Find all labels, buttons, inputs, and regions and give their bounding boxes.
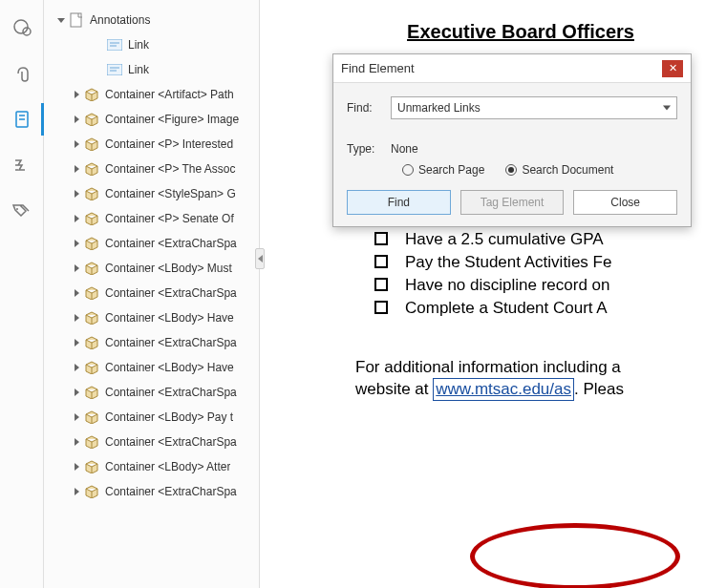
order-panel-icon[interactable]	[11, 109, 32, 130]
tree-item-annotations[interactable]: Annotations	[44, 8, 259, 32]
tags-icon[interactable]	[11, 200, 32, 221]
checkbox-icon	[374, 301, 388, 314]
heading-executive: Executive Board Officers	[336, 21, 705, 43]
tree-item-container[interactable]: Container <P> The Assoc	[44, 157, 259, 181]
tree-item-link[interactable]: Link	[44, 57, 259, 82]
dialog-title: Find Element	[341, 61, 662, 75]
tree-label: Container <P> Senate Of	[105, 212, 234, 225]
find-type-select[interactable]: Unmarked Links	[391, 96, 677, 119]
tree-item-container[interactable]: Container <ExtraCharSpa	[44, 330, 259, 355]
tree-label: Link	[128, 63, 149, 76]
find-label: Find:	[347, 101, 391, 115]
tree: Annotations Link Link Container <Artifac	[44, 8, 259, 504]
panel-collapse-handle[interactable]	[255, 248, 265, 269]
chevron-right-icon[interactable]	[71, 89, 82, 100]
chevron-right-icon[interactable]	[71, 411, 82, 423]
tree-item-container[interactable]: Container <ExtraCharSpa	[44, 281, 259, 305]
chevron-right-icon[interactable]	[71, 436, 82, 448]
bullet-text: Complete a Student Court A	[405, 298, 608, 319]
link-icon	[107, 37, 122, 52]
tree-item-container[interactable]: Container <LBody> Pay t	[44, 405, 259, 430]
tree-item-container[interactable]: Container <LBody> Have	[44, 305, 259, 330]
tree-label: Container <ExtraCharSpa	[105, 336, 237, 349]
tree-item-container[interactable]: Container <Artifact> Path	[44, 82, 259, 107]
box-icon	[84, 459, 99, 474]
tree-item-link[interactable]: Link	[44, 32, 259, 57]
box-icon	[84, 484, 99, 499]
box-icon	[84, 87, 99, 102]
box-icon	[84, 136, 99, 152]
chevron-right-icon[interactable]	[71, 138, 82, 150]
box-icon	[84, 434, 99, 450]
chevron-right-icon[interactable]	[71, 486, 82, 497]
chevron-right-icon[interactable]	[71, 213, 82, 224]
box-icon	[84, 112, 99, 127]
tree-label: Container <LBody> Must	[105, 262, 232, 275]
svg-point-0	[14, 20, 28, 33]
type-value: None	[391, 142, 418, 156]
radio-search-document[interactable]: Search Document	[505, 163, 613, 177]
chevron-right-icon[interactable]	[71, 362, 82, 373]
comment-icon[interactable]	[11, 17, 32, 38]
svg-rect-10	[107, 64, 122, 75]
box-icon	[84, 161, 99, 177]
dialog-titlebar[interactable]: Find Element ✕	[333, 54, 691, 83]
chevron-right-icon[interactable]	[71, 262, 82, 274]
bullet-text: Have a 2.5 cumulative GPA	[405, 229, 604, 250]
chevron-right-icon[interactable]	[71, 387, 82, 398]
tree-item-container[interactable]: Container <P> Senate Of	[44, 206, 259, 231]
chevron-right-icon[interactable]	[71, 188, 82, 200]
chevron-right-icon[interactable]	[71, 114, 82, 125]
tree-label: Container <Artifact> Path	[105, 88, 234, 101]
attachment-icon[interactable]	[11, 63, 32, 84]
tree-item-container[interactable]: Container <StyleSpan> G	[44, 181, 259, 206]
find-button[interactable]: Find	[347, 190, 451, 215]
close-icon[interactable]: ✕	[662, 60, 683, 77]
box-icon	[84, 310, 99, 326]
list-item: Have a 2.5 cumulative GPA	[374, 229, 705, 250]
tree-item-container[interactable]: Container <LBody> Atter	[44, 454, 259, 479]
chevron-down-icon[interactable]	[55, 14, 67, 26]
checkbox-icon	[374, 232, 388, 245]
tree-item-container[interactable]: Container <Figure> Image	[44, 107, 259, 132]
tree-label: Container <ExtraCharSpa	[105, 237, 237, 250]
tree-item-container[interactable]: Container <ExtraCharSpa	[44, 479, 259, 504]
tree-item-container[interactable]: Container <LBody> Have	[44, 355, 259, 380]
close-button[interactable]: Close	[573, 190, 677, 215]
tree-item-container[interactable]: Container <ExtraCharSpa	[44, 430, 259, 454]
chevron-right-icon[interactable]	[71, 238, 82, 249]
box-icon	[84, 285, 99, 301]
fields-icon[interactable]	[11, 155, 32, 176]
tree-item-container[interactable]: Container <LBody> Must	[44, 256, 259, 281]
tree-label: Container <P> The Assoc	[105, 162, 236, 176]
radio-search-page[interactable]: Search Page	[402, 163, 484, 177]
box-icon	[84, 261, 99, 276]
paragraph: For additional information including a w…	[355, 357, 705, 401]
radio-icon	[402, 164, 414, 176]
box-icon	[84, 335, 99, 350]
bullet-text: Pay the Student Activities Fe	[405, 252, 611, 273]
chevron-right-icon[interactable]	[71, 337, 82, 348]
chevron-right-icon[interactable]	[71, 163, 82, 175]
chevron-right-icon[interactable]	[71, 461, 82, 472]
svg-rect-6	[71, 13, 81, 27]
tree-label: Container <ExtraCharSpa	[105, 386, 237, 399]
para-text: website at	[355, 380, 433, 398]
box-icon	[84, 410, 99, 425]
list-item: Have no discipline record on	[374, 275, 705, 296]
svg-rect-7	[107, 39, 122, 51]
type-label: Type:	[347, 142, 391, 156]
chevron-right-icon[interactable]	[71, 287, 82, 299]
chevron-right-icon[interactable]	[71, 312, 82, 324]
select-value: Unmarked Links	[397, 101, 481, 115]
checkbox-icon	[374, 278, 388, 291]
annotation-circle	[470, 523, 680, 588]
tree-item-container[interactable]: Container <P> Interested	[44, 132, 259, 157]
url-link[interactable]: www.mtsac.edu/as	[433, 378, 574, 401]
tag-element-button[interactable]: Tag Element	[460, 190, 565, 215]
tree-item-container[interactable]: Container <ExtraCharSpa	[44, 231, 259, 256]
tree-item-container[interactable]: Container <ExtraCharSpa	[44, 380, 259, 405]
tree-label: Annotations	[90, 13, 150, 27]
document-icon	[69, 12, 84, 28]
tree-label: Container <LBody> Have	[105, 311, 234, 325]
